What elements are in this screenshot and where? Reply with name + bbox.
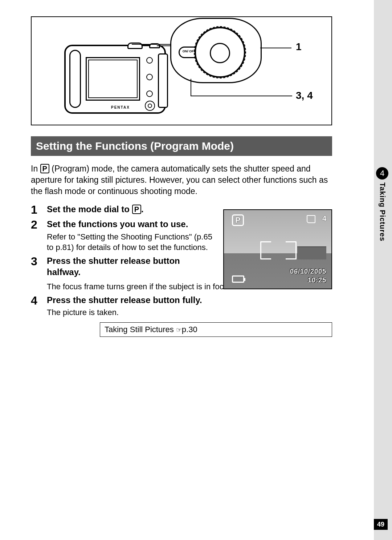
cross-reference-box: Taking Still Pictures ☞p.30 [100, 322, 332, 337]
steps-list: P 4 06/10/2005 10:25 1 Set the mode dial… [31, 203, 332, 337]
camera-diagram: PENTAX ON/ OFF 1 3, 4 [31, 16, 332, 125]
chapter-tab: 4 Taking Pictures [376, 167, 388, 241]
chapter-title: Taking Pictures [378, 182, 387, 241]
play-button-icon [146, 90, 153, 97]
step-heading: Set the functions you want to use. [47, 218, 214, 230]
mode-dial-top-icon [127, 43, 143, 49]
step-head-pre: Set the mode dial to [47, 204, 132, 214]
program-mode-icon: P [132, 205, 141, 214]
chapter-number-badge: 4 [376, 167, 388, 180]
camera-body: PENTAX [64, 45, 166, 114]
manual-page: PENTAX ON/ OFF 1 3, 4 Setting the Functi… [0, 0, 374, 540]
focus-bracket-right-icon [286, 241, 297, 259]
reference-hand-icon: ☞ [176, 326, 182, 334]
lcd-preview-illustration: P 4 06/10/2005 10:25 [223, 209, 332, 289]
menu-button-icon [146, 74, 153, 80]
leader-line [191, 79, 191, 96]
intro-paragraph: In P (Program) mode, the camera automati… [31, 163, 332, 197]
lcd-time: 10:25 [308, 277, 326, 284]
callout-number-3-4: 3, 4 [296, 90, 313, 101]
step-number: 3 [31, 255, 47, 268]
intro-text-post: (Program) mode, the camera automatically… [31, 164, 328, 196]
camera-back-illustration: PENTAX [64, 45, 166, 117]
ref-page: p.30 [182, 325, 197, 334]
memory-card-icon [307, 215, 315, 223]
lcd-mode-indicator: P [232, 214, 244, 226]
callout-number-1: 1 [296, 41, 302, 53]
focus-bracket-left-icon [260, 241, 271, 259]
section-heading: Setting the Functions (Program Mode) [31, 136, 332, 156]
ok-button-icon [145, 101, 155, 111]
step-heading: Press the shutter release button fully. [47, 294, 332, 306]
leader-line [260, 48, 291, 48]
lcd-outline [86, 57, 140, 101]
step-number: 4 [31, 294, 47, 307]
grip-right [158, 53, 168, 108]
camera-brand-label: PENTAX [111, 105, 130, 109]
ref-text: Taking Still Pictures [105, 325, 176, 334]
zoom-button-icon [146, 57, 153, 64]
battery-icon [232, 275, 244, 283]
step-4: 4 Press the shutter release button fully… [31, 294, 332, 318]
lcd-shots-remaining: 4 [322, 214, 326, 223]
page-number: 49 [374, 519, 388, 530]
step-body: The picture is taken. [47, 307, 332, 318]
mode-dial-center-icon [210, 43, 230, 63]
leader-line [132, 44, 172, 45]
grip-left [69, 50, 81, 108]
step-number: 1 [31, 203, 47, 216]
step-number: 2 [31, 218, 47, 231]
lcd-date: 06/10/2005 [290, 268, 326, 275]
page-right-margin: 4 Taking Pictures 49 [374, 0, 392, 540]
mode-dial-callout: ON/ OFF [170, 18, 262, 83]
program-mode-icon: P [40, 164, 49, 173]
step-heading: Press the shutter release button halfway… [47, 255, 214, 278]
step-heading: Set the mode dial to P. [47, 203, 214, 215]
step-body: Refer to "Setting the Shooting Functions… [47, 231, 214, 253]
lcd-building-icon [297, 246, 326, 259]
step-head-post: . [141, 204, 144, 214]
intro-text-pre: In [31, 164, 40, 173]
leader-line [191, 96, 292, 96]
